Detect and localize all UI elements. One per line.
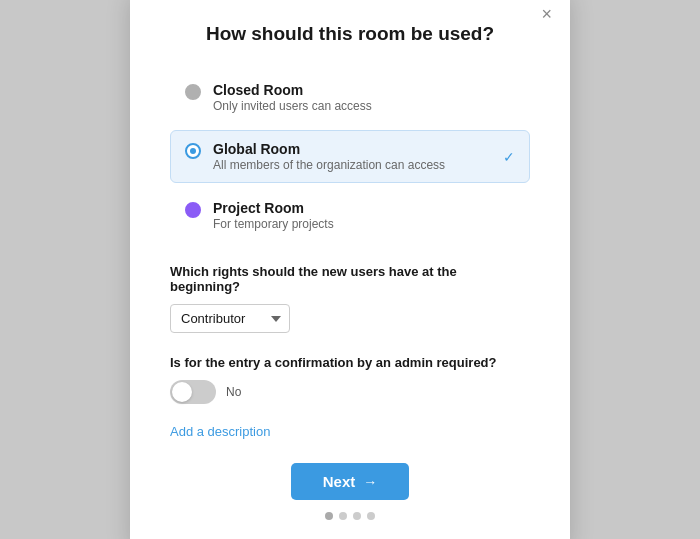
- close-button[interactable]: ×: [541, 5, 552, 23]
- contributor-dropdown[interactable]: Contributor Member Admin Read-only: [170, 304, 290, 333]
- option-name-global: Global Room: [213, 141, 445, 157]
- room-option-closed[interactable]: Closed Room Only invited users can acces…: [170, 71, 530, 124]
- modal-container: × How should this room be used? Closed R…: [130, 0, 570, 539]
- add-description-link[interactable]: Add a description: [170, 424, 270, 439]
- confirmation-label: Is for the entry a confirmation by an ad…: [170, 355, 530, 370]
- modal-footer: Next →: [170, 463, 530, 520]
- confirmation-section: Is for the entry a confirmation by an ad…: [170, 355, 530, 404]
- option-desc-closed: Only invited users can access: [213, 99, 372, 113]
- modal-title: How should this room be used?: [170, 23, 530, 45]
- room-option-project[interactable]: Project Room For temporary projects: [170, 189, 530, 242]
- arrow-right-icon: →: [363, 474, 377, 490]
- check-mark-icon: ✓: [503, 149, 515, 165]
- option-text-closed: Closed Room Only invited users can acces…: [213, 82, 372, 113]
- dot-1: [325, 512, 333, 520]
- dot-3: [353, 512, 361, 520]
- option-name-project: Project Room: [213, 200, 334, 216]
- room-options-list: Closed Room Only invited users can acces…: [170, 71, 530, 242]
- admin-confirmation-toggle[interactable]: [170, 380, 216, 404]
- radio-inner-dot: [190, 148, 196, 154]
- pagination-dots: [325, 512, 375, 520]
- toggle-state-label: No: [226, 385, 241, 399]
- radio-global: [185, 143, 201, 159]
- radio-closed: [185, 84, 201, 100]
- dot-2: [339, 512, 347, 520]
- option-name-closed: Closed Room: [213, 82, 372, 98]
- dot-4: [367, 512, 375, 520]
- option-desc-global: All members of the organization can acce…: [213, 158, 445, 172]
- radio-project: [185, 202, 201, 218]
- option-text-global: Global Room All members of the organizat…: [213, 141, 445, 172]
- option-desc-project: For temporary projects: [213, 217, 334, 231]
- next-button-label: Next: [323, 473, 356, 490]
- rights-section: Which rights should the new users have a…: [170, 264, 530, 333]
- toggle-knob: [172, 382, 192, 402]
- room-option-global[interactable]: Global Room All members of the organizat…: [170, 130, 530, 183]
- option-text-project: Project Room For temporary projects: [213, 200, 334, 231]
- rights-label: Which rights should the new users have a…: [170, 264, 530, 294]
- toggle-row: No: [170, 380, 530, 404]
- next-button[interactable]: Next →: [291, 463, 410, 500]
